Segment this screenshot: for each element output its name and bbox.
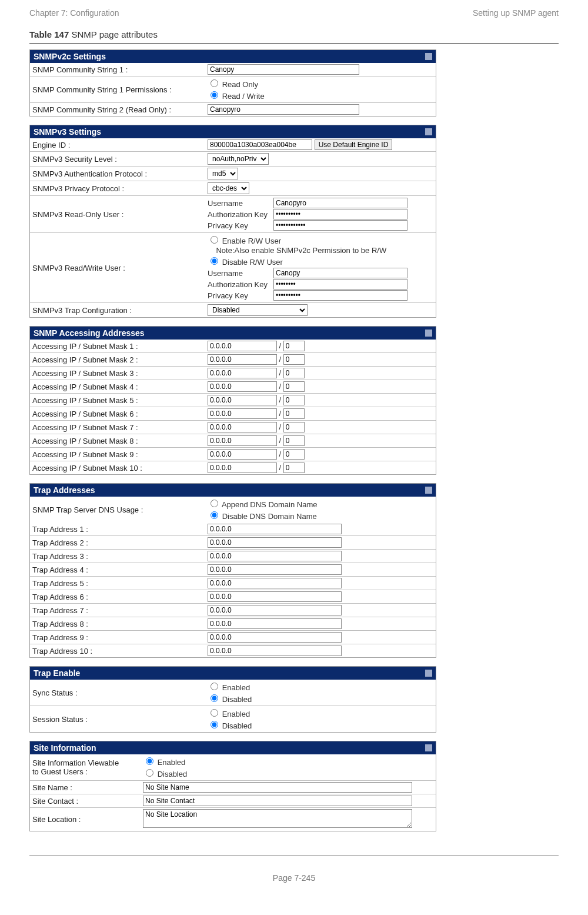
collapse-icon[interactable] [425, 53, 432, 60]
header-right: Setting up SNMP agent [473, 8, 559, 18]
input-trapaddr-1[interactable] [208, 524, 342, 534]
input-comm2[interactable] [208, 104, 359, 115]
input-trapaddr-5[interactable] [208, 578, 342, 588]
input-trapaddr-4[interactable] [208, 564, 342, 575]
panel-hdr-snmpv3: SNMPv3 Settings [30, 125, 436, 138]
input-access-mask-8[interactable] [283, 435, 305, 446]
page-number: Page 7-245 [29, 856, 559, 883]
btn-default-engineid[interactable]: Use Default Engine ID [315, 139, 393, 150]
radio-disable-rw[interactable] [211, 257, 218, 265]
input-rw-privkey[interactable] [273, 290, 407, 301]
label-trapaddr-3: Trap Address 3 : [30, 550, 205, 563]
caption-rest: SNMP page attributes [69, 29, 158, 39]
label-trapaddr-7: Trap Address 7 : [30, 604, 205, 617]
input-access-ip-1[interactable] [208, 341, 277, 351]
collapse-icon[interactable] [425, 330, 432, 337]
label-access-7: Accessing IP / Subnet Mask 7 : [30, 421, 205, 434]
header-left: Chapter 7: Configuration [29, 8, 119, 18]
label-access-10: Accessing IP / Subnet Mask 10 : [30, 461, 205, 475]
label-authproto: SNMPv3 Authentication Protocol : [30, 167, 205, 181]
panel-trapaddr: Trap Addresses SNMP Trap Server DNS Usag… [29, 483, 436, 658]
radio-sync-enabled-label: Enabled [222, 683, 250, 692]
label-sync-status: Sync Status : [30, 680, 205, 706]
input-access-mask-1[interactable] [283, 341, 305, 351]
input-access-mask-10[interactable] [283, 463, 305, 473]
radio-append-dns[interactable] [211, 500, 218, 507]
radio-guest-disabled[interactable] [146, 769, 153, 777]
input-comm1[interactable] [208, 64, 359, 75]
collapse-icon[interactable] [425, 670, 432, 677]
input-trapaddr-10[interactable] [208, 646, 342, 656]
select-authproto[interactable]: md5 [208, 168, 238, 179]
input-trapaddr-7[interactable] [208, 605, 342, 615]
collapse-icon[interactable] [425, 744, 432, 751]
panel-title: Site Information [34, 743, 96, 753]
label-trapaddr-4: Trap Address 4 : [30, 563, 205, 577]
panel-hdr-trapenable: Trap Enable [30, 667, 436, 680]
panel-hdr-trapaddr: Trap Addresses [30, 484, 436, 497]
input-access-mask-5[interactable] [283, 395, 305, 405]
radio-readwrite[interactable] [211, 91, 218, 99]
input-ro-username[interactable] [273, 198, 407, 208]
radio-disable-dns-label: Disable DNS Domain Name [222, 512, 317, 521]
input-access-ip-6[interactable] [208, 408, 277, 419]
input-engineid[interactable] [208, 139, 312, 150]
label-comm2: SNMP Community String 2 (Read Only) : [30, 103, 205, 117]
input-access-mask-3[interactable] [283, 368, 305, 378]
panel-title: Trap Enable [34, 668, 80, 678]
radio-sync-disabled-label: Disabled [222, 695, 252, 704]
radio-sync-disabled[interactable] [211, 694, 218, 702]
radio-guest-disabled-label: Disabled [158, 770, 188, 778]
input-rw-authkey[interactable] [273, 279, 407, 290]
label-access-5: Accessing IP / Subnet Mask 5 : [30, 394, 205, 407]
select-seclevel[interactable]: noAuth,noPriv [208, 153, 269, 165]
input-trapaddr-8[interactable] [208, 618, 342, 629]
radio-sync-enabled[interactable] [211, 683, 218, 690]
input-access-mask-6[interactable] [283, 408, 305, 419]
input-trapaddr-2[interactable] [208, 537, 342, 548]
label-ro-privkey: Privacy Key [208, 221, 272, 230]
radio-session-disabled[interactable] [211, 721, 218, 728]
caption-bold: Table 147 [29, 29, 69, 39]
radio-readonly[interactable] [211, 79, 218, 87]
radio-guest-enabled[interactable] [146, 757, 153, 765]
input-site-name[interactable] [143, 782, 412, 793]
input-access-ip-9[interactable] [208, 449, 277, 460]
label-comm1-perm: SNMP Community String 1 Permissions : [30, 76, 205, 103]
input-access-ip-3[interactable] [208, 368, 277, 378]
input-access-mask-9[interactable] [283, 449, 305, 460]
label-privproto: SNMPv3 Privacy Protocol : [30, 181, 205, 196]
input-access-ip-4[interactable] [208, 381, 277, 392]
radio-session-enabled-label: Enabled [222, 710, 250, 718]
label-ro-authkey: Authorization Key [208, 210, 272, 219]
input-access-ip-8[interactable] [208, 435, 277, 446]
input-ro-privkey[interactable] [273, 220, 407, 231]
input-trapaddr-3[interactable] [208, 551, 342, 561]
collapse-icon[interactable] [425, 487, 432, 494]
input-trapaddr-9[interactable] [208, 632, 342, 643]
input-ro-authkey[interactable] [273, 209, 407, 219]
input-access-ip-2[interactable] [208, 354, 277, 365]
input-access-ip-10[interactable] [208, 463, 277, 473]
input-access-ip-5[interactable] [208, 395, 277, 405]
input-access-mask-7[interactable] [283, 422, 305, 432]
collapse-icon[interactable] [425, 128, 432, 135]
radio-session-enabled[interactable] [211, 709, 218, 717]
radio-readwrite-label: Read / Write [222, 92, 265, 101]
panel-siteinfo: Site Information Site Information Viewab… [29, 741, 436, 831]
select-trapconfig[interactable]: Disabled [208, 304, 308, 316]
select-privproto[interactable]: cbc-des [208, 182, 249, 194]
label-access-3: Accessing IP / Subnet Mask 3 : [30, 367, 205, 380]
input-site-contact[interactable] [143, 796, 412, 806]
input-access-ip-7[interactable] [208, 422, 277, 432]
radio-enable-rw[interactable] [211, 236, 218, 244]
input-access-mask-2[interactable] [283, 354, 305, 365]
panel-snmpv3: SNMPv3 Settings Engine ID : Use Default … [29, 125, 436, 318]
input-trapaddr-6[interactable] [208, 591, 342, 602]
textarea-site-location[interactable]: No Site Location [143, 809, 412, 828]
input-rw-username[interactable] [273, 268, 407, 278]
label-comm1: SNMP Community String 1 : [30, 63, 205, 76]
label-trapaddr-6: Trap Address 6 : [30, 590, 205, 604]
radio-disable-dns[interactable] [211, 511, 218, 519]
input-access-mask-4[interactable] [283, 381, 305, 392]
